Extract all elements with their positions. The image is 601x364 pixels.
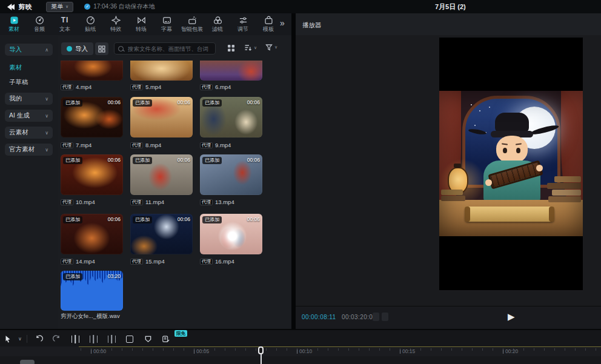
media-thumbnail[interactable] [130, 61, 193, 81]
menu-button[interactable]: 菜单 ∨ [46, 2, 73, 12]
tab-templates[interactable]: 模板 [256, 13, 281, 35]
delete-right-button[interactable] [102, 336, 121, 343]
media-filename: 代理10.mp4 [61, 198, 95, 206]
media-thumbnail[interactable]: 已添加 00:06 [61, 214, 123, 254]
tab-text[interactable]: TI 文本 [52, 13, 78, 35]
mini-toggle-button[interactable] [382, 313, 388, 321]
more-tabs-button[interactable]: » [280, 18, 285, 28]
proxy-badge: 代理 [130, 84, 143, 90]
filter-button[interactable]: ∨ [265, 44, 277, 51]
autosave-status: ✓ 17:04:36 自动保存本地 [84, 2, 155, 11]
chevron-down-icon: ∨ [45, 113, 48, 119]
mini-toggle-button[interactable] [373, 313, 379, 321]
media-thumbnail[interactable]: 已添加 00:06 [130, 97, 193, 137]
player-header: 播放器 [296, 13, 601, 36]
proxy-badge: 代理 [61, 199, 73, 205]
tab-adjust[interactable]: 调节 [230, 13, 256, 35]
sidebar-group-ai[interactable]: AI 生成 ∨ [5, 110, 53, 122]
search-input[interactable] [127, 45, 211, 53]
media-filename: 代理7.mp4 [61, 141, 91, 149]
tick [297, 349, 297, 354]
media-thumbnail[interactable]: 已添加 00:06 [61, 154, 123, 195]
undo-button[interactable] [30, 335, 48, 343]
sidebar-group-mine[interactable]: 我的 ∨ [5, 93, 53, 105]
chevron-down-icon: ∨ [45, 147, 48, 153]
tab-transitions[interactable]: 转场 [128, 13, 154, 35]
delete-left-button[interactable] [84, 336, 102, 343]
media-thumbnail[interactable]: 已添加 00:06 [200, 154, 262, 195]
audio-thumbnail[interactable]: 已添加 03:20 [61, 271, 123, 311]
sidebar-item-subdraft[interactable]: 子草稿 [9, 78, 28, 87]
sort-button[interactable]: ∨ [244, 44, 257, 51]
chevron-down-icon: ∨ [45, 130, 48, 136]
duration-label: 03:20 [108, 273, 121, 279]
tab-effects[interactable]: 特效 [103, 13, 128, 35]
chevron-up-icon: ∧ [45, 47, 48, 53]
media-thumbnail[interactable]: 已添加 00:06 [200, 214, 262, 254]
text-icon: TI [61, 16, 69, 25]
media-thumbnail[interactable]: 已添加 00:06 [200, 97, 262, 137]
timeline-ruler[interactable]: 00:00 00:05 00:10 00:15 00:20 [0, 346, 601, 356]
sidebar-group-import[interactable]: 导入 ∧ [5, 44, 53, 56]
library-toggle-button[interactable] [95, 42, 108, 55]
redo-icon [53, 335, 61, 343]
delete-right-icon [108, 336, 116, 343]
ai-copy-button[interactable] [157, 335, 175, 343]
video-preview[interactable] [439, 38, 583, 290]
media-thumbnail[interactable]: 已添加 00:06 [61, 97, 123, 137]
ruler-label: 00:20 [503, 348, 518, 354]
freeze-frame-button[interactable] [121, 336, 139, 343]
media-filename: 代理13.mp4 [200, 198, 234, 206]
tab-sticker[interactable]: 贴纸 [78, 13, 103, 35]
duration-label: 00:06 [108, 157, 121, 163]
sidebar-item-material[interactable]: 素材 [9, 64, 22, 72]
tab-captions[interactable]: 字幕 [154, 13, 179, 35]
import-dot-icon [67, 46, 72, 51]
sort-icon [244, 44, 252, 51]
proxy-badge: 代理 [200, 142, 213, 148]
title-bar: 剪映 菜单 ∨ ✓ 17:04:36 自动保存本地 7月5日 (2) [0, 0, 601, 13]
doc-pencil-icon [162, 335, 170, 343]
adjust-icon [239, 16, 248, 25]
duration-label: 00:06 [108, 216, 121, 222]
capcut-logo-icon [6, 3, 15, 11]
added-badge: 已添加 [63, 99, 82, 107]
tab-filters[interactable]: 滤镜 [205, 13, 230, 35]
media-filename: 代理11.mp4 [130, 198, 164, 206]
redo-button[interactable] [48, 335, 66, 343]
cursor-icon [4, 335, 12, 343]
capcut-window: 剪映 菜单 ∨ ✓ 17:04:36 自动保存本地 7月5日 (2) 素材 音频… [0, 0, 601, 364]
mask-button[interactable] [139, 335, 157, 343]
view-grid-icon [227, 44, 235, 52]
media-thumbnail[interactable] [61, 61, 123, 81]
select-tool-button[interactable] [0, 335, 16, 343]
media-thumbnail[interactable]: 已添加 00:06 [130, 154, 193, 195]
playhead-handle[interactable] [258, 346, 264, 354]
sidebar-group-cloud[interactable]: 云素材 ∨ [5, 127, 53, 139]
media-thumbnail[interactable]: 已添加 00:06 [130, 214, 193, 254]
current-timecode: 00:00:08:11 [302, 314, 336, 320]
tab-media[interactable]: 素材 [1, 13, 27, 35]
tab-audio[interactable]: 音频 [27, 13, 52, 35]
view-grid-button[interactable] [227, 44, 235, 55]
ruler-label: 00:15 [400, 348, 415, 354]
duration-label: 00:06 [178, 216, 190, 222]
effects-icon [111, 16, 121, 25]
timeline-tracks[interactable] [0, 356, 601, 364]
autosave-check-icon: ✓ [84, 4, 90, 10]
proxy-badge: 代理 [61, 259, 73, 265]
ruler-accent-line [79, 346, 601, 347]
select-tool-caret[interactable]: ∨ [16, 336, 24, 342]
limited-free-badge: 限免 [174, 330, 187, 337]
media-thumbnail[interactable] [200, 61, 262, 81]
media-panel: 导入 ∨ ∨ 全部 代理4.mp4 代理5.mp4 代理6.mp4 已添加 [58, 35, 291, 329]
sidebar-group-official[interactable]: 官方素材 ∨ [5, 144, 53, 156]
tab-smart-pack[interactable]: 智能包装 [179, 13, 205, 35]
import-button[interactable]: 导入 [61, 42, 93, 55]
autosave-text: 17:04:36 自动保存本地 [93, 2, 155, 11]
ribbon-tabs: 素材 音频 TI 文本 贴纸 特效 转场 [1, 13, 281, 35]
proxy-badge: 代理 [200, 259, 213, 265]
split-button[interactable] [66, 336, 84, 343]
tick [400, 349, 400, 354]
play-button[interactable]: ▶ [508, 311, 515, 323]
